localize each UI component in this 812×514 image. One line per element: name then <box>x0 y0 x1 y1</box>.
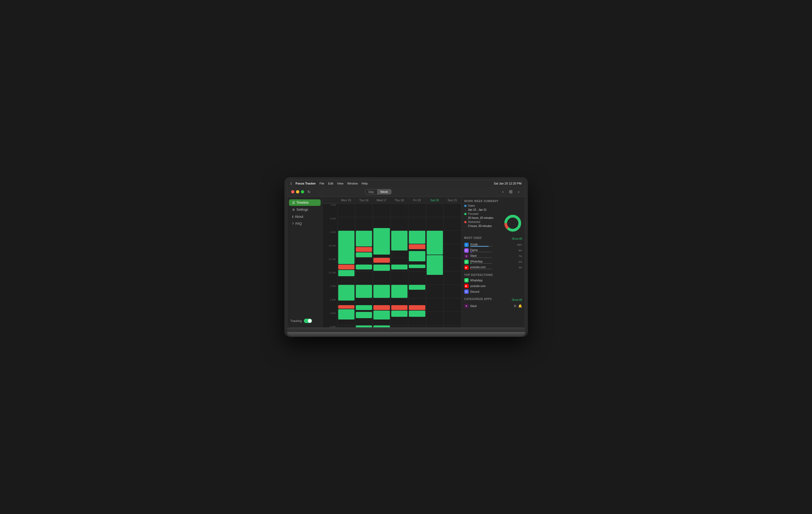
event-block[interactable] <box>427 231 443 254</box>
event-block[interactable] <box>409 251 425 261</box>
event-block[interactable] <box>338 285 354 301</box>
whatsapp-name: WhatsApp <box>470 260 517 263</box>
event-block[interactable] <box>356 265 372 269</box>
event-block[interactable] <box>373 258 389 263</box>
event-block[interactable] <box>391 285 407 298</box>
event-block[interactable] <box>409 265 425 268</box>
event-block[interactable] <box>373 310 389 320</box>
settings-icon: ⚙ <box>292 208 295 212</box>
day-col-6-hour-9 <box>443 326 461 327</box>
day-view-button[interactable]: Day <box>365 189 377 194</box>
maximize-button[interactable] <box>301 190 304 193</box>
hour-cell <box>426 326 443 327</box>
menubar:  Focus Tracker File Edit View Window He… <box>287 180 525 187</box>
hour-cell <box>408 217 426 231</box>
menubar-time: Sat Jan 20 12:20 PM <box>494 182 522 185</box>
day-col-5-hour-1 <box>426 217 443 231</box>
sidebar-label-faq: FAQ <box>295 222 302 225</box>
hour-cell <box>355 204 373 217</box>
next-button[interactable]: › <box>516 189 521 195</box>
sidebar-item-settings[interactable]: ⚙ Settings <box>289 206 321 213</box>
event-block[interactable] <box>338 305 354 309</box>
menu-file[interactable]: File <box>320 182 324 185</box>
hour-cell <box>338 204 355 217</box>
app-row-xcode: X Xcode 86% <box>464 243 522 247</box>
apple-logo:  <box>291 182 292 186</box>
titlebar: ↻ Day Week ‹ ⊞ › <box>287 187 525 197</box>
event-block[interactable] <box>356 231 372 246</box>
event-block[interactable] <box>409 305 425 310</box>
categorize-show-all[interactable]: Show All <box>512 298 522 301</box>
day-col-5-hour-7 <box>426 298 443 312</box>
event-block[interactable] <box>338 309 354 320</box>
day-col-4-hour-6 <box>408 285 426 298</box>
event-block[interactable] <box>409 310 425 317</box>
day-header-wed: Wed 17 <box>373 197 390 204</box>
event-block[interactable] <box>391 305 407 310</box>
cat-monitor-icon[interactable]: 🖥 <box>513 304 517 308</box>
week-view-button[interactable]: Week <box>377 189 391 194</box>
day-col-3-hour-6 <box>390 285 408 298</box>
event-block[interactable] <box>356 285 372 298</box>
hour-cell <box>408 298 426 312</box>
close-button[interactable] <box>291 190 294 193</box>
hour-cell <box>391 258 408 271</box>
event-block[interactable] <box>373 326 389 327</box>
menu-edit[interactable]: Edit <box>328 182 334 185</box>
refresh-button[interactable]: ↻ <box>308 190 311 194</box>
event-block[interactable] <box>356 326 372 327</box>
event-block[interactable] <box>409 285 425 290</box>
event-block[interactable] <box>356 312 372 318</box>
event-block[interactable] <box>338 270 354 276</box>
event-block[interactable] <box>373 285 389 298</box>
event-block[interactable] <box>391 310 407 317</box>
youtube-name: youtube.com <box>470 266 517 269</box>
event-block[interactable] <box>356 252 372 257</box>
event-block[interactable] <box>373 265 389 271</box>
menu-window[interactable]: Window <box>347 182 358 185</box>
event-block[interactable] <box>356 305 372 310</box>
sidebar-item-about[interactable]: ℹ About <box>289 213 321 220</box>
tracking-toggle[interactable] <box>304 319 312 323</box>
event-block[interactable] <box>373 228 389 254</box>
time-label-9: 4 PM <box>322 326 338 327</box>
day-col-4-hour-7 <box>408 298 426 312</box>
hour-cell <box>391 204 408 217</box>
prev-button[interactable]: ‹ <box>500 189 505 195</box>
sidebar-item-timeline[interactable]: ☰ Timeline <box>289 200 321 206</box>
day-header-sun: Sun 21 <box>443 197 461 204</box>
menu-view[interactable]: View <box>337 182 344 185</box>
event-block[interactable] <box>373 305 389 310</box>
event-block[interactable] <box>391 265 407 269</box>
time-label-0: 7 AM <box>322 204 338 217</box>
day-col-6-hour-3 <box>443 244 461 258</box>
cat-bell-icon[interactable]: 🔔 <box>518 304 522 308</box>
day-col-2-hour-9 <box>373 326 390 327</box>
event-block[interactable] <box>391 231 407 250</box>
layout-button[interactable]: ⊞ <box>507 188 514 195</box>
menu-help[interactable]: Help <box>361 182 368 185</box>
most-used-show-all[interactable]: Show All <box>512 237 522 240</box>
day-header-tue: Tue 16 <box>355 197 373 204</box>
hour-cell <box>373 326 390 327</box>
event-block[interactable] <box>427 255 443 275</box>
event-block[interactable] <box>338 265 354 269</box>
minimize-button[interactable] <box>296 190 299 193</box>
event-block[interactable] <box>409 244 425 249</box>
hour-cell <box>391 217 408 231</box>
youtube-icon: ▶ <box>464 265 469 270</box>
app-window: ↻ Day Week ‹ ⊞ › ☰ <box>287 187 525 327</box>
day-col-4-hour-9 <box>408 326 426 327</box>
sidebar-item-faq[interactable]: ? FAQ <box>289 220 321 227</box>
tracking-label: Tracking <box>291 319 302 323</box>
hour-cell <box>338 326 355 327</box>
day-col-2-hour-4 <box>373 258 390 271</box>
event-block[interactable] <box>409 231 425 244</box>
app-row-slack: S Slack 7% <box>464 254 522 259</box>
event-block[interactable] <box>356 247 372 252</box>
dist-youtube-icon: ▶ <box>464 284 469 288</box>
dist-discord-name: Discord <box>470 290 480 293</box>
youtube-bar <box>470 269 471 269</box>
hour-cell <box>444 244 461 258</box>
event-block[interactable] <box>338 231 354 264</box>
